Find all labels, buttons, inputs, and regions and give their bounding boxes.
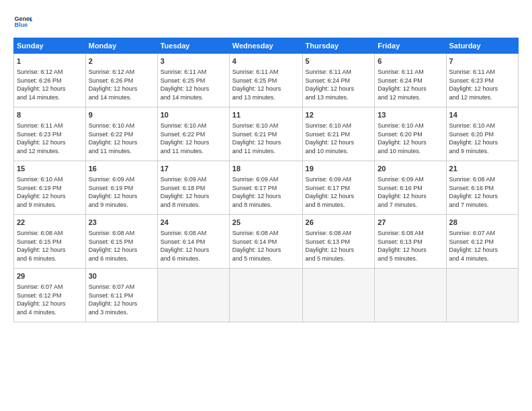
day-number: 22 xyxy=(17,218,83,228)
day-info: Sunrise: 6:11 AMSunset: 6:23 PMDaylight:… xyxy=(17,122,66,154)
day-info: Sunrise: 6:11 AMSunset: 6:24 PMDaylight:… xyxy=(378,68,427,101)
day-cell: 11Sunrise: 6:10 AMSunset: 6:21 PMDayligh… xyxy=(229,107,302,161)
day-number: 15 xyxy=(17,164,83,174)
day-info: Sunrise: 6:10 AMSunset: 6:20 PMDaylight:… xyxy=(449,122,498,154)
day-number: 21 xyxy=(449,164,515,174)
day-cell xyxy=(302,269,375,322)
day-info: Sunrise: 6:08 AMSunset: 6:15 PMDaylight:… xyxy=(89,230,138,262)
day-info: Sunrise: 6:11 AMSunset: 6:24 PMDaylight:… xyxy=(306,68,355,101)
day-cell: 25Sunrise: 6:08 AMSunset: 6:14 PMDayligh… xyxy=(229,215,302,269)
day-cell: 15Sunrise: 6:10 AMSunset: 6:19 PMDayligh… xyxy=(14,161,86,215)
day-number: 24 xyxy=(161,218,226,228)
svg-text:Blue: Blue xyxy=(14,21,28,28)
day-cell: 13Sunrise: 6:10 AMSunset: 6:20 PMDayligh… xyxy=(375,107,446,161)
day-number: 29 xyxy=(17,271,83,281)
day-number: 8 xyxy=(17,110,83,120)
header: General Blue xyxy=(13,12,519,31)
page: General Blue SundayMondayTuesdayWednesda… xyxy=(0,0,532,411)
day-cell: 8Sunrise: 6:11 AMSunset: 6:23 PMDaylight… xyxy=(14,107,86,161)
day-info: Sunrise: 6:10 AMSunset: 6:21 PMDaylight:… xyxy=(232,122,281,154)
day-cell: 23Sunrise: 6:08 AMSunset: 6:15 PMDayligh… xyxy=(85,215,157,269)
day-cell xyxy=(157,269,229,322)
day-number: 23 xyxy=(89,218,154,228)
day-cell: 5Sunrise: 6:11 AMSunset: 6:24 PMDaylight… xyxy=(302,54,375,107)
day-cell: 7Sunrise: 6:11 AMSunset: 6:23 PMDaylight… xyxy=(446,54,518,107)
day-info: Sunrise: 6:09 AMSunset: 6:19 PMDaylight:… xyxy=(89,176,138,208)
day-cell xyxy=(229,269,302,322)
day-number: 7 xyxy=(449,56,515,66)
day-info: Sunrise: 6:10 AMSunset: 6:20 PMDaylight:… xyxy=(378,122,427,154)
day-info: Sunrise: 6:11 AMSunset: 6:25 PMDaylight:… xyxy=(161,68,210,101)
day-info: Sunrise: 6:10 AMSunset: 6:21 PMDaylight:… xyxy=(306,122,355,154)
week-row-4: 29Sunrise: 6:07 AMSunset: 6:12 PMDayligh… xyxy=(14,269,519,322)
day-number: 13 xyxy=(378,110,443,120)
day-info: Sunrise: 6:07 AMSunset: 6:12 PMDaylight:… xyxy=(449,230,498,262)
day-cell: 29Sunrise: 6:07 AMSunset: 6:12 PMDayligh… xyxy=(14,269,86,322)
calendar-table: SundayMondayTuesdayWednesdayThursdayFrid… xyxy=(13,38,519,322)
day-info: Sunrise: 6:12 AMSunset: 6:26 PMDaylight:… xyxy=(17,68,66,101)
day-number: 2 xyxy=(89,56,154,66)
logo: General Blue xyxy=(13,12,32,31)
day-number: 1 xyxy=(17,56,83,66)
day-number: 20 xyxy=(378,164,443,174)
header-friday: Friday xyxy=(375,38,446,54)
day-cell: 12Sunrise: 6:10 AMSunset: 6:21 PMDayligh… xyxy=(302,107,375,161)
day-info: Sunrise: 6:09 AMSunset: 6:16 PMDaylight:… xyxy=(378,176,427,208)
day-number: 5 xyxy=(306,56,372,66)
day-info: Sunrise: 6:10 AMSunset: 6:19 PMDaylight:… xyxy=(17,176,66,208)
day-number: 26 xyxy=(306,218,372,228)
day-info: Sunrise: 6:08 AMSunset: 6:14 PMDaylight:… xyxy=(161,230,210,262)
day-info: Sunrise: 6:08 AMSunset: 6:13 PMDaylight:… xyxy=(378,230,427,262)
day-number: 30 xyxy=(89,271,154,281)
day-info: Sunrise: 6:09 AMSunset: 6:17 PMDaylight:… xyxy=(306,176,355,208)
week-row-2: 15Sunrise: 6:10 AMSunset: 6:19 PMDayligh… xyxy=(14,161,519,215)
day-cell: 17Sunrise: 6:09 AMSunset: 6:18 PMDayligh… xyxy=(157,161,229,215)
day-info: Sunrise: 6:09 AMSunset: 6:18 PMDaylight:… xyxy=(161,176,210,208)
day-cell: 1Sunrise: 6:12 AMSunset: 6:26 PMDaylight… xyxy=(14,54,86,107)
header-wednesday: Wednesday xyxy=(229,38,302,54)
day-cell: 21Sunrise: 6:08 AMSunset: 6:16 PMDayligh… xyxy=(446,161,518,215)
day-cell: 30Sunrise: 6:07 AMSunset: 6:11 PMDayligh… xyxy=(85,269,157,322)
header-monday: Monday xyxy=(85,38,157,54)
svg-text:General: General xyxy=(14,15,32,22)
logo-icon: General Blue xyxy=(13,12,32,31)
day-info: Sunrise: 6:11 AMSunset: 6:23 PMDaylight:… xyxy=(449,68,498,101)
day-info: Sunrise: 6:07 AMSunset: 6:12 PMDaylight:… xyxy=(17,283,66,316)
day-number: 4 xyxy=(232,56,300,66)
day-number: 10 xyxy=(161,110,226,120)
day-number: 11 xyxy=(232,110,300,120)
week-row-0: 1Sunrise: 6:12 AMSunset: 6:26 PMDaylight… xyxy=(14,54,519,107)
day-info: Sunrise: 6:10 AMSunset: 6:22 PMDaylight:… xyxy=(161,122,210,154)
day-number: 16 xyxy=(89,164,154,174)
day-info: Sunrise: 6:08 AMSunset: 6:14 PMDaylight:… xyxy=(232,230,281,262)
day-cell: 16Sunrise: 6:09 AMSunset: 6:19 PMDayligh… xyxy=(85,161,157,215)
day-cell: 27Sunrise: 6:08 AMSunset: 6:13 PMDayligh… xyxy=(375,215,446,269)
day-number: 12 xyxy=(306,110,372,120)
day-cell: 3Sunrise: 6:11 AMSunset: 6:25 PMDaylight… xyxy=(157,54,229,107)
day-number: 25 xyxy=(232,218,300,228)
week-row-3: 22Sunrise: 6:08 AMSunset: 6:15 PMDayligh… xyxy=(14,215,519,269)
day-number: 18 xyxy=(232,164,300,174)
day-cell: 24Sunrise: 6:08 AMSunset: 6:14 PMDayligh… xyxy=(157,215,229,269)
day-cell: 26Sunrise: 6:08 AMSunset: 6:13 PMDayligh… xyxy=(302,215,375,269)
day-cell: 2Sunrise: 6:12 AMSunset: 6:26 PMDaylight… xyxy=(85,54,157,107)
day-cell: 4Sunrise: 6:11 AMSunset: 6:25 PMDaylight… xyxy=(229,54,302,107)
day-info: Sunrise: 6:08 AMSunset: 6:16 PMDaylight:… xyxy=(449,176,498,208)
day-number: 27 xyxy=(378,218,443,228)
day-info: Sunrise: 6:08 AMSunset: 6:13 PMDaylight:… xyxy=(306,230,355,262)
day-number: 28 xyxy=(449,218,515,228)
day-number: 17 xyxy=(161,164,226,174)
day-number: 19 xyxy=(306,164,372,174)
day-info: Sunrise: 6:10 AMSunset: 6:22 PMDaylight:… xyxy=(89,122,138,154)
day-info: Sunrise: 6:12 AMSunset: 6:26 PMDaylight:… xyxy=(89,68,138,101)
day-number: 3 xyxy=(161,56,226,66)
day-cell: 14Sunrise: 6:10 AMSunset: 6:20 PMDayligh… xyxy=(446,107,518,161)
day-cell: 19Sunrise: 6:09 AMSunset: 6:17 PMDayligh… xyxy=(302,161,375,215)
header-sunday: Sunday xyxy=(14,38,86,54)
day-number: 9 xyxy=(89,110,154,120)
day-cell: 22Sunrise: 6:08 AMSunset: 6:15 PMDayligh… xyxy=(14,215,86,269)
calendar-header-row: SundayMondayTuesdayWednesdayThursdayFrid… xyxy=(14,38,519,54)
day-cell xyxy=(375,269,446,322)
day-cell: 9Sunrise: 6:10 AMSunset: 6:22 PMDaylight… xyxy=(85,107,157,161)
header-tuesday: Tuesday xyxy=(157,38,229,54)
